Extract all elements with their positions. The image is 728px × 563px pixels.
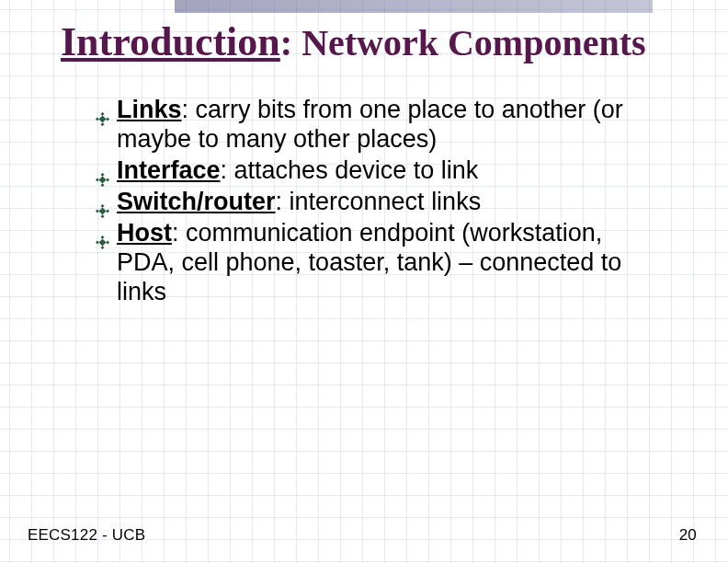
slide-title: Introduction: Network Components [61, 20, 691, 64]
slide-body: Links: carry bits from one place to anot… [96, 96, 664, 306]
bullet-desc: : carry bits from one place to another (… [117, 96, 623, 153]
diamond-bullet-icon [96, 165, 109, 178]
svg-rect-15 [101, 236, 105, 239]
bullet-term: Switch/router [117, 188, 276, 215]
svg-rect-3 [106, 118, 109, 121]
svg-rect-9 [99, 177, 107, 184]
svg-rect-17 [96, 240, 99, 244]
svg-rect-11 [101, 214, 105, 218]
svg-rect-0 [101, 112, 105, 116]
slide-number: 20 [679, 526, 697, 545]
svg-rect-13 [106, 209, 109, 213]
diamond-bullet-icon [96, 104, 109, 118]
svg-rect-10 [101, 204, 105, 208]
bullet-desc: : attaches device to link [221, 156, 479, 184]
bullet-term: Interface [117, 156, 221, 184]
diamond-bullet-icon [96, 227, 109, 241]
svg-rect-2 [96, 118, 99, 121]
bullet-desc: : interconnect links [276, 188, 482, 215]
bullet-text: Links: carry bits from one place to anot… [117, 96, 664, 155]
list-item: Switch/router: interconnect links [96, 188, 664, 217]
svg-rect-8 [106, 178, 109, 182]
bullet-desc: : communication endpoint (workstation, P… [117, 219, 621, 305]
title-rest: : Network Components [280, 22, 646, 63]
svg-rect-5 [101, 173, 105, 177]
slide: Introduction: Network Components Links: … [0, 0, 728, 563]
svg-rect-12 [96, 209, 99, 213]
slide-footer: EECS122 - UCB 20 [28, 526, 697, 545]
svg-rect-19 [99, 238, 107, 246]
svg-rect-4 [99, 116, 107, 123]
bullet-term: Host [117, 219, 172, 247]
svg-rect-7 [96, 178, 99, 182]
list-item: Host: communication endpoint (workstatio… [96, 219, 664, 307]
footer-left: EECS122 - UCB [28, 526, 145, 545]
svg-rect-14 [99, 207, 107, 214]
diamond-bullet-icon [96, 196, 109, 210]
svg-rect-18 [106, 240, 109, 244]
svg-rect-16 [101, 246, 105, 249]
bullet-text: Host: communication endpoint (workstatio… [117, 219, 664, 307]
list-item: Interface: attaches device to link [96, 156, 664, 186]
title-underlined: Introduction [61, 19, 280, 64]
bullet-term: Links [117, 96, 182, 123]
svg-rect-6 [101, 183, 105, 187]
list-item: Links: carry bits from one place to anot… [96, 96, 664, 155]
bullet-text: Interface: attaches device to link [117, 156, 664, 186]
svg-rect-1 [101, 123, 105, 127]
bullet-text: Switch/router: interconnect links [117, 188, 664, 217]
